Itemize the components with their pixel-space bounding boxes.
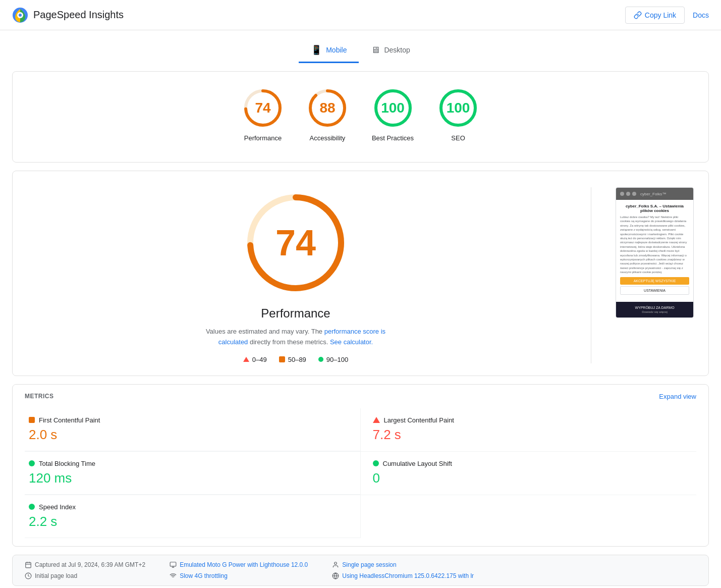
metric-tbt: Total Blocking Time 120 ms xyxy=(25,452,361,495)
performance-section: 74 Performance Values are estimated and … xyxy=(12,171,709,376)
footer-browser: Using HeadlessChromium 125.0.6422.175 wi… xyxy=(332,572,474,579)
metric-tbt-header: Total Blocking Time xyxy=(29,460,356,467)
si-indicator xyxy=(29,504,35,510)
screenshot-bottom: WYPRÓBUJ ZA DARMO Dowiedz się więcej xyxy=(616,302,693,317)
footer-throttling: Slow 4G throttling xyxy=(170,572,308,579)
mobile-icon: 📱 xyxy=(311,44,322,56)
lcp-indicator xyxy=(373,417,380,423)
footer-initial-load: Initial page load xyxy=(25,572,145,579)
tab-desktop[interactable]: 🖥 Desktop xyxy=(359,39,422,63)
score-cards-section: 74 Performance 88 Accessibility xyxy=(12,71,709,163)
copy-link-button[interactable]: Copy Link xyxy=(625,7,685,24)
fcp-name: First Contentful Paint xyxy=(39,416,100,424)
cls-indicator xyxy=(373,460,379,466)
footer-col-2: Emulated Moto G Power with Lighthouse 12… xyxy=(170,561,308,579)
seo-score: 100 xyxy=(447,100,470,116)
score-card-best-practices: 100 Best Practices xyxy=(372,88,414,142)
footer-col-1: Captured at Jul 9, 2024, 6:39 AM GMT+2 I… xyxy=(25,561,145,579)
metrics-row-1: First Contentful Paint 2.0 s Largest Con… xyxy=(25,408,696,452)
perf-title: Performance xyxy=(261,306,330,320)
tbt-value: 120 ms xyxy=(29,470,356,486)
legend-pass-icon xyxy=(318,357,323,362)
monitor-icon xyxy=(170,561,177,568)
screenshot-dot-1 xyxy=(620,192,624,196)
fcp-indicator xyxy=(29,417,35,423)
metric-cls-header: Cumulative Layout Shift xyxy=(373,460,693,467)
best-practices-label: Best Practices xyxy=(372,134,414,142)
user-icon xyxy=(332,561,339,568)
fcp-value: 2.0 s xyxy=(29,427,356,443)
legend-item-average: 50–89 xyxy=(279,356,306,363)
tabs-container: 📱 Mobile 🖥 Desktop xyxy=(0,30,721,63)
screenshot-btn-accept: AKCEPTUJĘ WSZYSTKIE xyxy=(620,277,689,285)
metric-lcp: Largest Contentful Paint 7.2 s xyxy=(361,408,697,451)
screenshot-top-bar: cyber_Folks™ xyxy=(616,188,693,200)
legend-item-pass: 90–100 xyxy=(318,356,348,363)
app-title: PageSpeed Insights xyxy=(33,9,124,21)
tab-mobile-label: Mobile xyxy=(326,46,347,54)
footer-captured-text: Captured at Jul 9, 2024, 6:39 AM GMT+2 xyxy=(35,561,145,568)
metrics-section: METRICS Expand view First Contentful Pai… xyxy=(12,384,709,547)
header-right: Copy Link Docs xyxy=(625,7,709,24)
perf-left: 74 Performance Values are estimated and … xyxy=(25,187,567,363)
tab-desktop-label: Desktop xyxy=(384,46,410,54)
performance-label: Performance xyxy=(244,134,282,142)
metric-fcp-header: First Contentful Paint xyxy=(29,416,356,424)
metric-lcp-header: Largest Contentful Paint xyxy=(373,416,693,424)
accessibility-score: 88 xyxy=(319,100,335,116)
copy-link-label: Copy Link xyxy=(645,11,676,19)
metrics-title: METRICS xyxy=(25,393,54,400)
metric-cls: Cumulative Layout Shift 0 xyxy=(361,452,697,495)
accessibility-label: Accessibility xyxy=(310,134,346,142)
footer-session: Single page session xyxy=(332,561,474,568)
svg-point-2 xyxy=(19,14,22,17)
screenshot-btn-settings: USTAWIENIA xyxy=(620,286,689,295)
footer-emulated-link[interactable]: Emulated Moto G Power with Lighthouse 12… xyxy=(180,561,308,568)
link-icon xyxy=(634,11,642,19)
metrics-row-3: Speed Index 2.2 s xyxy=(25,495,696,538)
legend: 0–49 50–89 90–100 xyxy=(243,356,348,363)
seo-circle: 100 xyxy=(438,88,478,128)
pagespeed-logo-icon xyxy=(12,7,28,23)
wifi-icon xyxy=(170,572,177,579)
best-practices-score: 100 xyxy=(381,100,405,116)
footer-initial-load-text: Initial page load xyxy=(35,572,77,579)
desktop-icon: 🖥 xyxy=(371,45,380,56)
svg-point-22 xyxy=(335,562,337,564)
footer-browser-link[interactable]: Using HeadlessChromium 125.0.6422.175 wi… xyxy=(342,572,474,579)
tbt-indicator xyxy=(29,460,35,466)
clock-icon xyxy=(25,572,32,579)
screenshot-bottom-sub: Dowiedz się więcej xyxy=(618,310,691,313)
main-content: 74 Performance 88 Accessibility xyxy=(0,71,721,588)
footer-session-link[interactable]: Single page session xyxy=(342,561,396,568)
cls-name: Cumulative Layout Shift xyxy=(383,460,452,467)
accessibility-circle: 88 xyxy=(307,88,348,128)
header: PageSpeed Insights Copy Link Docs xyxy=(0,0,721,30)
calendar-icon xyxy=(25,561,32,568)
tab-mobile[interactable]: 📱 Mobile xyxy=(299,38,359,63)
globe-icon xyxy=(332,572,339,579)
perf-calc-link2[interactable]: See calculator. xyxy=(330,338,373,346)
cls-value: 0 xyxy=(373,470,693,486)
metric-empty xyxy=(361,495,697,538)
score-card-seo: 100 SEO xyxy=(438,88,478,142)
metrics-header: METRICS Expand view xyxy=(25,393,696,400)
vertical-divider xyxy=(591,187,591,363)
header-left: PageSpeed Insights xyxy=(12,7,124,23)
footer-col-3: Single page session Using HeadlessChromi… xyxy=(332,561,474,579)
footer-throttling-link[interactable]: Slow 4G throttling xyxy=(180,572,228,579)
legend-fail-icon xyxy=(243,357,249,362)
footer-bar: Captured at Jul 9, 2024, 6:39 AM GMT+2 I… xyxy=(12,555,709,586)
screenshot-dot-2 xyxy=(626,192,630,196)
legend-fail-range: 0–49 xyxy=(252,356,267,363)
perf-score-value: 74 xyxy=(275,222,316,263)
score-card-performance: 74 Performance xyxy=(243,88,283,142)
screenshot-site-name: cyber_Folks™ xyxy=(640,192,666,196)
docs-link[interactable]: Docs xyxy=(693,11,709,19)
seo-label: SEO xyxy=(451,134,465,142)
screenshot-body: cyber_Folks S.A. – Ustawienia plików coo… xyxy=(616,200,693,302)
screenshot-frame: cyber_Folks™ cyber_Folks S.A. – Ustawien… xyxy=(616,187,694,318)
expand-view-button[interactable]: Expand view xyxy=(659,393,696,400)
perf-description: Values are estimated and may vary. The p… xyxy=(195,327,397,348)
metrics-row-2: Total Blocking Time 120 ms Cumulative La… xyxy=(25,452,696,495)
